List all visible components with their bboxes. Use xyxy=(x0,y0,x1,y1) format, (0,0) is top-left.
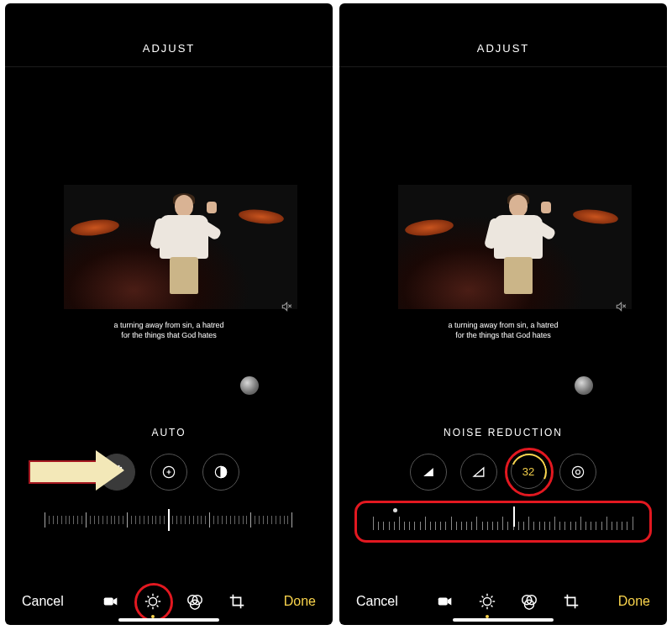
home-indicator[interactable] xyxy=(118,618,219,622)
audio-mute-icon[interactable] xyxy=(281,301,292,315)
audio-mute-icon[interactable] xyxy=(615,301,627,315)
svg-line-18 xyxy=(156,596,158,598)
filter-options-row: 32 xyxy=(339,454,667,491)
svg-rect-26 xyxy=(438,597,448,605)
svg-point-10 xyxy=(149,597,156,605)
bottom-toolbar: Cancel Done xyxy=(5,591,333,612)
video-caption: a turning away from sin, a hatred for th… xyxy=(339,321,667,340)
svg-line-34 xyxy=(481,606,483,607)
playhead-handle[interactable] xyxy=(240,376,259,395)
filter-exposure-button[interactable] xyxy=(150,454,187,491)
done-button[interactable]: Done xyxy=(618,594,650,609)
filter-sharpness-button[interactable] xyxy=(410,454,447,491)
slider-ticks xyxy=(373,517,633,530)
video-tab-icon[interactable] xyxy=(101,591,121,612)
crop-tab-icon[interactable] xyxy=(561,591,581,612)
home-indicator[interactable] xyxy=(453,618,554,622)
adjustment-slider[interactable] xyxy=(5,499,333,541)
adjust-tab-icon[interactable] xyxy=(143,591,163,612)
svg-line-33 xyxy=(491,606,492,607)
filter-highlights-button[interactable] xyxy=(202,454,239,491)
speaker-figure xyxy=(158,195,208,296)
svg-line-35 xyxy=(491,596,492,598)
filter-vignette-button[interactable] xyxy=(559,454,596,491)
caption-line: for the things that God hates xyxy=(339,331,667,341)
svg-point-25 xyxy=(576,470,580,475)
filters-tab-icon[interactable] xyxy=(185,591,205,612)
filters-tab-icon[interactable] xyxy=(519,591,539,612)
svg-point-24 xyxy=(572,466,583,477)
svg-rect-9 xyxy=(104,597,113,605)
header-title: ADJUST xyxy=(5,32,333,67)
header-title: ADJUST xyxy=(339,32,667,67)
video-tab-icon[interactable] xyxy=(435,591,455,612)
crop-tab-icon[interactable] xyxy=(227,591,247,612)
svg-line-16 xyxy=(156,606,158,607)
caption-line: a turning away from sin, a hatred xyxy=(5,321,333,331)
tutorial-arrow xyxy=(29,450,128,491)
current-filter-label: NOISE REDUCTION xyxy=(339,427,667,438)
filter-definition-button[interactable] xyxy=(460,454,497,491)
slider-cursor xyxy=(513,507,515,527)
caption-line: for the things that God hates xyxy=(5,331,333,341)
playhead-handle[interactable] xyxy=(575,376,593,395)
current-filter-label: AUTO xyxy=(5,427,333,438)
preview-area: a turning away from sin, a hatred for th… xyxy=(5,67,333,412)
cancel-button[interactable]: Cancel xyxy=(22,594,64,609)
svg-line-32 xyxy=(481,596,483,598)
slider-origin-dot xyxy=(393,508,397,512)
svg-point-27 xyxy=(483,597,491,605)
video-caption: a turning away from sin, a hatred for th… xyxy=(5,321,333,340)
preview-area: a turning away from sin, a hatred for th… xyxy=(339,67,667,412)
phone-screen-left: ADJUST a turning away from sin, a hatred… xyxy=(5,3,333,625)
video-preview[interactable] xyxy=(398,185,632,309)
phone-screen-right: ADJUST a turning away from sin, a hatred… xyxy=(339,3,667,625)
filter-options-row xyxy=(5,454,333,491)
speaker-figure xyxy=(492,195,543,296)
cancel-button[interactable]: Cancel xyxy=(356,594,398,609)
done-button[interactable]: Done xyxy=(284,594,316,609)
filter-noise-reduction-button[interactable]: 32 xyxy=(511,454,546,489)
svg-line-15 xyxy=(147,596,149,598)
video-preview[interactable] xyxy=(64,185,297,309)
caption-line: a turning away from sin, a hatred xyxy=(339,321,667,331)
adjustment-slider[interactable] xyxy=(339,499,667,541)
bottom-toolbar: Cancel Done xyxy=(339,591,667,612)
adjust-tab-icon[interactable] xyxy=(477,591,497,612)
slider-cursor xyxy=(168,509,170,531)
svg-line-17 xyxy=(147,606,149,607)
